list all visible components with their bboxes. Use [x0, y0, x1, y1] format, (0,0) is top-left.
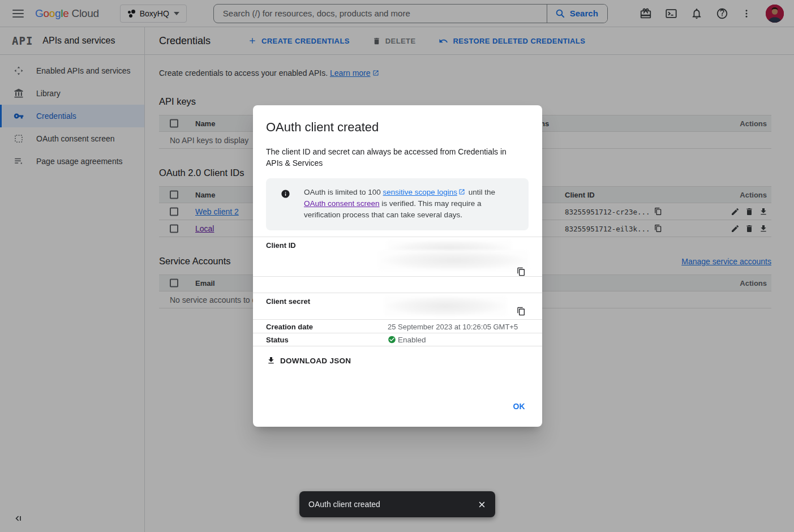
client-id-row: Client ID	[253, 237, 542, 276]
status-badge: Enabled	[388, 336, 426, 344]
info-icon	[281, 189, 290, 199]
client-id-label: Client ID	[266, 241, 296, 250]
dialog-description: The client ID and secret can always be a…	[253, 135, 529, 169]
status-value: Enabled	[398, 336, 426, 344]
copy-icon[interactable]	[517, 307, 526, 316]
redacted-client-secret	[384, 296, 507, 316]
client-secret-row: Client secret	[253, 293, 542, 319]
download-json-button[interactable]: DOWNLOAD JSON	[260, 351, 358, 370]
empty-row	[253, 276, 542, 293]
info-banner: OAuth is limited to 100 sensitive scope …	[266, 178, 529, 230]
status-row: Status Enabled	[253, 333, 542, 346]
creation-date-value: 25 September 2023 at 10:26:05 GMT+5	[388, 322, 518, 331]
check-circle-icon	[388, 336, 396, 344]
status-label: Status	[266, 336, 289, 344]
info-mid: until the	[466, 188, 495, 196]
redacted-client-id	[379, 250, 529, 271]
oauth-consent-screen-link[interactable]: OAuth consent screen	[304, 199, 380, 208]
copy-icon[interactable]	[517, 267, 526, 276]
info-pre: OAuth is limited to 100	[304, 188, 383, 196]
client-secret-label: Client secret	[266, 297, 310, 306]
creation-date-label: Creation date	[266, 322, 313, 331]
snackbar-message: OAuth client created	[308, 500, 478, 509]
dialog-title: OAuth client created	[253, 105, 542, 135]
sensitive-scope-logins-link[interactable]: sensitive scope logins	[383, 188, 457, 196]
close-icon[interactable]	[478, 500, 486, 509]
oauth-client-created-dialog: OAuth client created The client ID and s…	[253, 105, 542, 427]
dialog-details: Client ID Client secret Creation date 25…	[253, 237, 542, 346]
ok-button[interactable]: OK	[508, 398, 530, 414]
download-json-label: DOWNLOAD JSON	[280, 357, 351, 365]
external-link-icon	[458, 188, 465, 195]
snackbar: OAuth client created	[299, 491, 495, 517]
info-text: OAuth is limited to 100 sensitive scope …	[304, 187, 518, 221]
download-icon	[267, 356, 276, 365]
creation-date-row: Creation date 25 September 2023 at 10:26…	[253, 319, 542, 333]
